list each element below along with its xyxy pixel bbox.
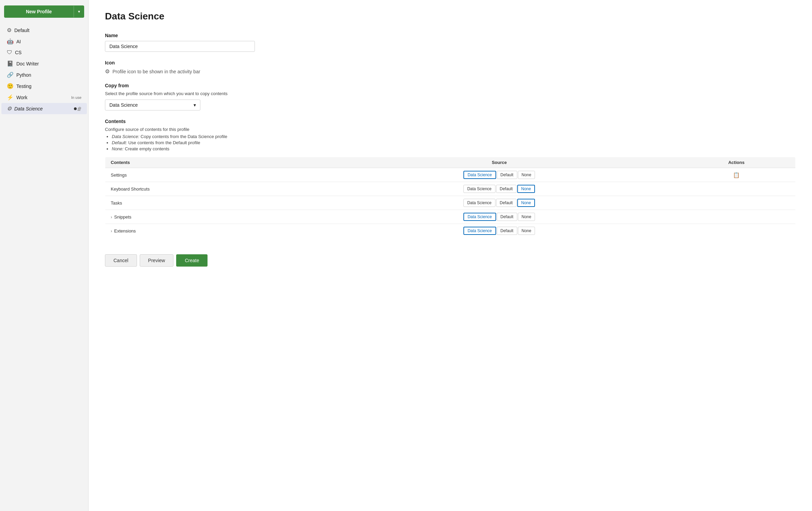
profile-icon-ai: 🤖 — [7, 38, 14, 45]
source-option-data-science[interactable]: Data Science — [463, 227, 496, 235]
profile-name-data-science: Data Science — [14, 106, 73, 111]
main-content: Data Science Name Icon ⚙ Profile icon to… — [89, 0, 812, 511]
source-option-data-science[interactable]: Data Science — [463, 199, 495, 207]
source-option-none[interactable]: None — [518, 227, 535, 235]
create-button[interactable]: Create — [176, 254, 208, 267]
source-cell: Data ScienceDefaultNone — [321, 182, 677, 196]
sidebar: New Profile ▾ ⚙Default🤖AI🛡CS📓Doc Writer🔗… — [0, 0, 89, 511]
col-header-source: Source — [321, 157, 677, 168]
source-option-data-science[interactable]: Data Science — [463, 171, 496, 179]
preview-button[interactable]: Preview — [140, 254, 174, 267]
sidebar-item-doc-writer[interactable]: 📓Doc Writer — [1, 58, 87, 69]
table-row: ›ExtensionsData ScienceDefaultNone — [105, 224, 796, 238]
source-option-default[interactable]: Default — [497, 213, 517, 221]
expand-icon[interactable]: › — [111, 229, 112, 234]
expand-icon[interactable]: › — [111, 215, 112, 220]
sidebar-item-default[interactable]: ⚙Default — [1, 25, 87, 36]
contents-desc: Configure source of contents for this pr… — [105, 127, 796, 132]
icon-label: Icon — [105, 60, 796, 65]
content-name-cell: ›Extensions — [105, 224, 321, 238]
profile-name-cs: CS — [15, 50, 81, 55]
cancel-button[interactable]: Cancel — [105, 254, 137, 267]
icon-description-text: Profile icon to be shown in the activity… — [112, 69, 200, 74]
copy-from-value: Data Science — [109, 102, 138, 108]
content-name-cell: Tasks — [105, 196, 321, 210]
source-option-default[interactable]: Default — [497, 227, 517, 235]
copy-from-section: Copy from Select the profile source from… — [105, 83, 796, 110]
new-profile-button[interactable]: New Profile ▾ — [4, 5, 84, 18]
source-cell: Data ScienceDefaultNone — [321, 210, 677, 224]
profile-icon-testing: 🙂 — [7, 83, 14, 89]
profile-name-doc-writer: Doc Writer — [16, 61, 81, 66]
table-row: Keyboard ShortcutsData ScienceDefaultNon… — [105, 182, 796, 196]
profile-icon-python: 🔗 — [7, 72, 14, 78]
contents-bullets: Data Science: Copy contents from the Dat… — [105, 134, 796, 151]
source-option-data-science[interactable]: Data Science — [463, 213, 496, 221]
contents-label: Contents — [105, 119, 796, 124]
action-cell — [677, 196, 795, 210]
source-option-none[interactable]: None — [517, 199, 535, 207]
copy-from-label: Copy from — [105, 83, 796, 88]
list-item: Data Science: Copy contents from the Dat… — [112, 134, 796, 139]
contents-table: Contents Source Actions SettingsData Sci… — [105, 157, 796, 238]
profile-name-testing: Testing — [16, 84, 81, 89]
table-row: SettingsData ScienceDefaultNone📋 — [105, 168, 796, 182]
source-option-default[interactable]: Default — [497, 171, 517, 179]
source-option-none[interactable]: None — [517, 185, 535, 193]
icon-section: Icon ⚙ Profile icon to be shown in the a… — [105, 60, 796, 75]
profile-icon-work: ⚡ — [7, 94, 14, 101]
content-name-cell: Keyboard Shortcuts — [105, 182, 321, 196]
delete-icon-data-science[interactable]: 🗑 — [77, 106, 81, 111]
footer-actions: Cancel Preview Create — [105, 249, 796, 267]
name-section: Name — [105, 33, 796, 52]
source-option-none[interactable]: None — [518, 171, 535, 179]
profile-name-default: Default — [14, 28, 81, 33]
contents-section: Contents Configure source of contents fo… — [105, 119, 796, 238]
action-cell — [677, 210, 795, 224]
copy-from-desc: Select the profile source from which you… — [105, 91, 796, 96]
list-item: None: Create empty contents — [112, 146, 796, 151]
source-cell: Data ScienceDefaultNone — [321, 196, 677, 210]
profile-icon-default: ⚙ — [7, 27, 12, 33]
action-cell — [677, 182, 795, 196]
profile-icon-cs: 🛡 — [7, 49, 12, 56]
chevron-down-icon: ▾ — [74, 6, 84, 17]
sidebar-item-data-science[interactable]: ⚙Data Science🗑 — [1, 103, 87, 114]
col-header-actions: Actions — [677, 157, 795, 168]
unsaved-dot-data-science — [74, 107, 77, 110]
content-name-cell: Settings — [105, 168, 321, 182]
source-cell: Data ScienceDefaultNone — [321, 168, 677, 182]
page-title: Data Science — [105, 11, 796, 22]
sidebar-item-python[interactable]: 🔗Python — [1, 69, 87, 80]
copy-action-button[interactable]: 📋 — [733, 172, 740, 178]
source-option-default[interactable]: Default — [496, 199, 517, 207]
sidebar-item-testing[interactable]: 🙂Testing — [1, 80, 87, 92]
table-row: TasksData ScienceDefaultNone — [105, 196, 796, 210]
col-header-contents: Contents — [105, 157, 321, 168]
profile-name-ai: AI — [16, 39, 81, 44]
gear-icon: ⚙ — [105, 68, 110, 75]
sidebar-item-cs[interactable]: 🛡CS — [1, 47, 87, 58]
action-cell — [677, 224, 795, 238]
profile-list: ⚙Default🤖AI🛡CS📓Doc Writer🔗Python🙂Testing… — [0, 23, 88, 116]
new-profile-label: New Profile — [4, 5, 74, 18]
name-input[interactable] — [105, 41, 255, 52]
source-option-data-science[interactable]: Data Science — [463, 185, 495, 193]
profile-icon-doc-writer: 📓 — [7, 60, 14, 67]
table-row: ›SnippetsData ScienceDefaultNone — [105, 210, 796, 224]
source-cell: Data ScienceDefaultNone — [321, 224, 677, 238]
action-cell: 📋 — [677, 168, 795, 182]
in-use-badge-work: In use — [71, 95, 81, 100]
content-name-cell: ›Snippets — [105, 210, 321, 224]
name-label: Name — [105, 33, 796, 38]
profile-name-work: Work — [16, 95, 69, 100]
source-option-default[interactable]: Default — [496, 185, 517, 193]
sidebar-item-ai[interactable]: 🤖AI — [1, 36, 87, 47]
chevron-down-icon: ▾ — [194, 102, 196, 108]
copy-from-dropdown[interactable]: Data Science ▾ — [105, 100, 200, 110]
list-item: Default: Use contents from the Default p… — [112, 140, 796, 145]
sidebar-item-work[interactable]: ⚡WorkIn use — [1, 92, 87, 103]
profile-name-python: Python — [16, 72, 81, 78]
profile-icon-data-science: ⚙ — [7, 105, 12, 112]
source-option-none[interactable]: None — [518, 213, 535, 221]
